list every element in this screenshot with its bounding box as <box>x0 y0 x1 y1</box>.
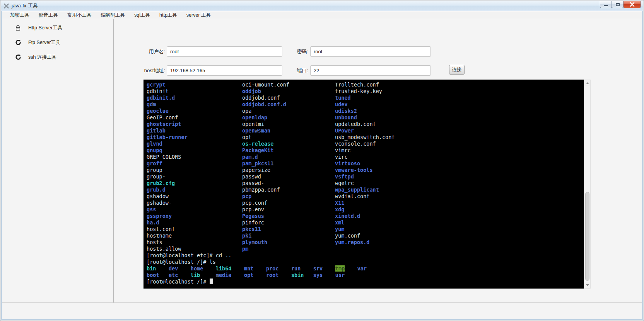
terminal-line: GeoIP.confopenldapunbound <box>147 114 584 121</box>
terminal-line: grub.dpbm2ppa.confwpa_supplicant <box>147 187 584 193</box>
sidebar-divider <box>113 19 114 302</box>
scrollbar-thumb[interactable] <box>585 192 589 281</box>
terminal-line: gdmoddjobd.conf.dudev <box>147 101 584 108</box>
terminal-line: [root@localhost /]# ls <box>147 259 584 265</box>
terminal-line: hostnamepkiyum.conf <box>147 233 584 239</box>
scroll-up-button[interactable] <box>584 80 590 86</box>
terminal-line: geoclueopaudisks2 <box>147 108 584 114</box>
sidebar-item-http-server[interactable]: Http Server工具 <box>2 22 113 34</box>
terminal-line: gshadowpcpwvdial.conf <box>147 193 584 200</box>
terminal-line: ha.dpinforcxml <box>147 219 584 226</box>
terminal-line: groffpam_pkcs11virtuoso <box>147 160 584 167</box>
terminal-line: gitlabopenwsmanUPower <box>147 127 584 134</box>
connect-button[interactable]: 连接 <box>449 65 465 75</box>
terminal-line: hostsplymouthyum.repos.d <box>147 239 584 246</box>
terminal-line: GREP_COLORSpam.dvirc <box>147 154 584 160</box>
port-label: 端口: <box>277 65 308 76</box>
refresh-circle-icon <box>15 54 24 60</box>
terminal-line: group-passwdvsftpd <box>147 173 584 180</box>
terminal-line: gsspcp.envxdg <box>147 206 584 213</box>
terminal-line: [root@localhost etc]# cd .. <box>147 252 584 259</box>
menu-item-encrypt-tools[interactable]: 加密工具 <box>5 11 34 19</box>
sidebar-item-label: Ftp Server工具 <box>28 39 60 46</box>
menu-item-media-tools[interactable]: 影音工具 <box>34 11 63 19</box>
terminal-line: glvndos-releasevconsole.conf <box>147 141 584 147</box>
sidebar-item-label: ssh 连接工具 <box>28 54 56 61</box>
terminal-line: gitlab-runneroptusb_modeswitch.conf <box>147 134 584 141</box>
terminal-line: gnupgPackageKitvimrc <box>147 147 584 154</box>
terminal-line: gshadow-pcp.confX11 <box>147 200 584 206</box>
arrow-up-icon <box>586 82 589 84</box>
window-title: java-fx 工具 <box>12 2 38 9</box>
host-input[interactable] <box>167 65 282 76</box>
terminal-scrollbar <box>584 80 591 289</box>
terminal-line: ghostscriptopenlmiupdatedb.conf <box>147 121 584 127</box>
refresh-circle-icon <box>15 39 24 46</box>
terminal-line: gssproxyPegasusxinetd.d <box>147 213 584 219</box>
arrow-down-icon <box>586 284 589 286</box>
sidebar: Http Server工具 Ftp Server工具 <box>2 19 113 302</box>
terminal-line: gcryptoci-umount.confTrolltech.conf <box>147 82 584 88</box>
menu-item-common-tools[interactable]: 常用小工具 <box>63 11 96 19</box>
password-input[interactable] <box>310 46 431 57</box>
terminal-line: grub2.cfgpasswd-wgetrc <box>147 180 584 187</box>
close-icon <box>630 2 635 7</box>
menu-item-http-tools[interactable]: http工具 <box>155 11 182 19</box>
bottom-divider <box>2 302 642 303</box>
terminal-line: gdbinit.doddjobd.conftuned <box>147 95 584 101</box>
terminal-line: grouppapersizevmware-tools <box>147 167 584 173</box>
minimize-button[interactable] <box>600 1 612 8</box>
terminal-line: bin dev home lib64 mnt proc run srv tmp … <box>147 265 584 272</box>
terminal-output[interactable]: gcryptoci-umount.confTrolltech.confgdbin… <box>143 80 584 289</box>
sidebar-item-ssh-connect[interactable]: ssh 连接工具 <box>2 51 113 63</box>
menu-item-server-tools[interactable]: server 工具 <box>182 11 215 19</box>
terminal-line: hosts.allowpm <box>147 246 584 252</box>
host-label: host地址: <box>130 65 165 76</box>
title-bar[interactable]: java-fx 工具 <box>1 1 643 11</box>
maximize-icon <box>616 3 620 6</box>
username-label: 用户名: <box>130 46 165 57</box>
scroll-down-button[interactable] <box>584 282 590 288</box>
password-label: 密码: <box>277 46 308 57</box>
close-button[interactable] <box>623 1 641 8</box>
terminal-cursor <box>210 279 213 284</box>
port-input[interactable] <box>310 65 431 76</box>
sidebar-item-ftp-server[interactable]: Ftp Server工具 <box>2 36 113 49</box>
menu-item-sql-tools[interactable]: sql工具 <box>130 11 155 19</box>
terminal-line: host.confpkcs11yum <box>147 226 584 233</box>
sidebar-item-label: Http Server工具 <box>28 25 62 31</box>
minimize-icon <box>604 5 608 6</box>
username-input[interactable] <box>167 46 282 57</box>
app-window: java-fx 工具 加密工具 影音工具 常用小工具 编解码工具 sql工具 h… <box>0 0 644 321</box>
terminal-line: boot etc lib media opt root sbin sys usr <box>147 272 584 279</box>
app-icon <box>3 3 9 9</box>
terminal-line: gdbinitoddjobtrusted-key.key <box>147 88 584 95</box>
lock-icon <box>15 25 24 31</box>
menu-bar: 加密工具 影音工具 常用小工具 编解码工具 sql工具 http工具 serve… <box>2 11 642 19</box>
menu-item-codec-tools[interactable]: 编解码工具 <box>96 11 130 19</box>
terminal-line: [root@localhost /]# <box>147 279 584 285</box>
maximize-button[interactable] <box>612 1 624 8</box>
content-area: Http Server工具 Ftp Server工具 <box>2 19 642 319</box>
